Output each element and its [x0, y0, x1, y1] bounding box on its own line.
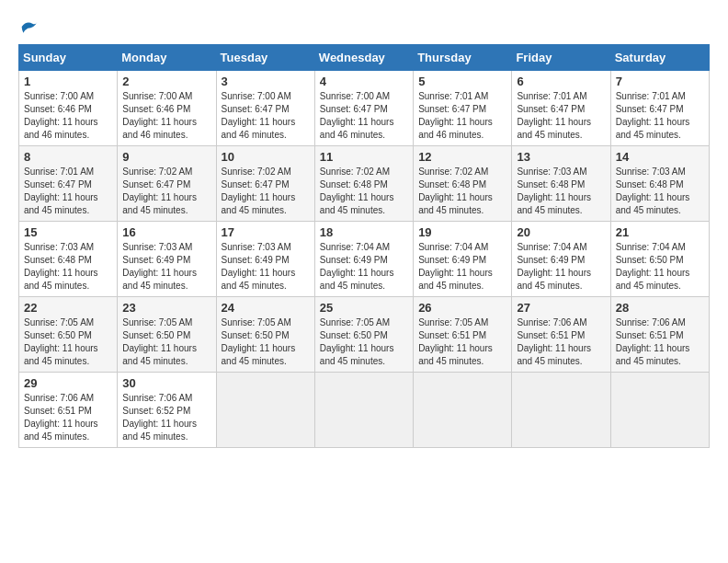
table-row: 22Sunrise: 7:05 AM Sunset: 6:50 PM Dayli…: [19, 297, 118, 373]
day-number: 23: [122, 301, 210, 315]
table-row: 12Sunrise: 7:02 AM Sunset: 6:48 PM Dayli…: [414, 146, 512, 222]
day-info: Sunrise: 7:01 AM Sunset: 6:47 PM Dayligh…: [517, 90, 605, 142]
day-number: 18: [320, 225, 408, 239]
table-row: 2Sunrise: 7:00 AM Sunset: 6:46 PM Daylig…: [118, 71, 216, 146]
table-row: 9Sunrise: 7:02 AM Sunset: 6:47 PM Daylig…: [118, 146, 216, 222]
day-info: Sunrise: 7:00 AM Sunset: 6:47 PM Dayligh…: [320, 90, 408, 142]
day-info: Sunrise: 7:02 AM Sunset: 6:48 PM Dayligh…: [320, 166, 408, 217]
day-number: 26: [418, 301, 506, 315]
table-row: 8Sunrise: 7:01 AM Sunset: 6:47 PM Daylig…: [19, 146, 118, 222]
day-info: Sunrise: 7:04 AM Sunset: 6:50 PM Dayligh…: [616, 241, 704, 293]
day-number: 28: [616, 301, 704, 315]
day-number: 15: [24, 225, 112, 239]
calendar-week-row: 22Sunrise: 7:05 AM Sunset: 6:50 PM Dayli…: [19, 297, 710, 373]
day-info: Sunrise: 7:06 AM Sunset: 6:51 PM Dayligh…: [517, 316, 605, 368]
day-number: 6: [517, 75, 605, 88]
table-row: 13Sunrise: 7:03 AM Sunset: 6:48 PM Dayli…: [512, 146, 610, 222]
day-number: 3: [222, 75, 310, 88]
table-row: 23Sunrise: 7:05 AM Sunset: 6:50 PM Dayli…: [118, 297, 216, 373]
table-row: 24Sunrise: 7:05 AM Sunset: 6:50 PM Dayli…: [216, 297, 314, 373]
day-info: Sunrise: 7:02 AM Sunset: 6:48 PM Dayligh…: [418, 166, 506, 217]
day-number: 16: [122, 225, 210, 239]
calendar-week-row: 29Sunrise: 7:06 AM Sunset: 6:51 PM Dayli…: [19, 373, 710, 448]
day-number: 5: [418, 75, 506, 88]
day-number: 7: [616, 75, 704, 88]
day-info: Sunrise: 7:04 AM Sunset: 6:49 PM Dayligh…: [320, 241, 408, 293]
day-number: 10: [222, 150, 310, 164]
day-number: 12: [418, 150, 506, 164]
table-row: 3Sunrise: 7:00 AM Sunset: 6:47 PM Daylig…: [216, 71, 314, 146]
day-info: Sunrise: 7:05 AM Sunset: 6:50 PM Dayligh…: [122, 316, 210, 368]
table-row: [610, 373, 709, 448]
table-row: 19Sunrise: 7:04 AM Sunset: 6:49 PM Dayli…: [414, 222, 512, 297]
day-info: Sunrise: 7:05 AM Sunset: 6:50 PM Dayligh…: [24, 316, 112, 368]
day-number: 24: [222, 301, 310, 315]
table-row: 16Sunrise: 7:03 AM Sunset: 6:49 PM Dayli…: [118, 222, 216, 297]
day-info: Sunrise: 7:06 AM Sunset: 6:51 PM Dayligh…: [24, 392, 112, 443]
day-number: 14: [616, 150, 704, 164]
day-info: Sunrise: 7:04 AM Sunset: 6:49 PM Dayligh…: [418, 241, 506, 293]
day-info: Sunrise: 7:03 AM Sunset: 6:48 PM Dayligh…: [616, 166, 704, 217]
table-row: 15Sunrise: 7:03 AM Sunset: 6:48 PM Dayli…: [19, 222, 118, 297]
table-row: [314, 373, 413, 448]
day-info: Sunrise: 7:01 AM Sunset: 6:47 PM Dayligh…: [24, 166, 112, 217]
day-info: Sunrise: 7:05 AM Sunset: 6:50 PM Dayligh…: [222, 316, 310, 368]
day-number: 30: [122, 376, 210, 390]
table-row: 5Sunrise: 7:01 AM Sunset: 6:47 PM Daylig…: [414, 71, 512, 146]
table-row: 6Sunrise: 7:01 AM Sunset: 6:47 PM Daylig…: [512, 71, 610, 146]
day-number: 17: [222, 225, 310, 239]
day-info: Sunrise: 7:03 AM Sunset: 6:48 PM Dayligh…: [517, 166, 605, 217]
calendar-week-row: 8Sunrise: 7:01 AM Sunset: 6:47 PM Daylig…: [19, 146, 710, 222]
table-row: 1Sunrise: 7:00 AM Sunset: 6:46 PM Daylig…: [19, 71, 118, 146]
day-number: 13: [517, 150, 605, 164]
col-wednesday: Wednesday: [314, 45, 413, 71]
day-number: 19: [418, 225, 506, 239]
day-number: 25: [320, 301, 408, 315]
table-row: 14Sunrise: 7:03 AM Sunset: 6:48 PM Dayli…: [610, 146, 709, 222]
day-info: Sunrise: 7:05 AM Sunset: 6:50 PM Dayligh…: [320, 316, 408, 368]
day-info: Sunrise: 7:06 AM Sunset: 6:52 PM Dayligh…: [122, 392, 210, 443]
day-number: 21: [616, 225, 704, 239]
day-number: 4: [320, 75, 408, 88]
day-number: 27: [517, 301, 605, 315]
table-row: 4Sunrise: 7:00 AM Sunset: 6:47 PM Daylig…: [314, 71, 413, 146]
col-saturday: Saturday: [610, 45, 709, 71]
day-info: Sunrise: 7:01 AM Sunset: 6:47 PM Dayligh…: [418, 90, 506, 142]
day-info: Sunrise: 7:00 AM Sunset: 6:46 PM Dayligh…: [24, 90, 112, 142]
calendar-table: Sunday Monday Tuesday Wednesday Thursday…: [18, 44, 710, 448]
calendar-week-row: 1Sunrise: 7:00 AM Sunset: 6:46 PM Daylig…: [19, 71, 710, 146]
table-row: 20Sunrise: 7:04 AM Sunset: 6:49 PM Dayli…: [512, 222, 610, 297]
day-number: 11: [320, 150, 408, 164]
table-row: [414, 373, 512, 448]
table-row: [512, 373, 610, 448]
page-header: [18, 18, 710, 35]
day-info: Sunrise: 7:00 AM Sunset: 6:46 PM Dayligh…: [122, 90, 210, 142]
day-info: Sunrise: 7:04 AM Sunset: 6:49 PM Dayligh…: [517, 241, 605, 293]
table-row: 17Sunrise: 7:03 AM Sunset: 6:49 PM Dayli…: [216, 222, 314, 297]
day-info: Sunrise: 7:06 AM Sunset: 6:51 PM Dayligh…: [616, 316, 704, 368]
table-row: 27Sunrise: 7:06 AM Sunset: 6:51 PM Dayli…: [512, 297, 610, 373]
day-number: 22: [24, 301, 112, 315]
table-row: 11Sunrise: 7:02 AM Sunset: 6:48 PM Dayli…: [314, 146, 413, 222]
table-row: 21Sunrise: 7:04 AM Sunset: 6:50 PM Dayli…: [610, 222, 709, 297]
day-number: 9: [122, 150, 210, 164]
col-sunday: Sunday: [19, 45, 118, 71]
logo-bird-icon: [20, 18, 39, 35]
table-row: 30Sunrise: 7:06 AM Sunset: 6:52 PM Dayli…: [118, 373, 216, 448]
day-number: 1: [24, 75, 112, 88]
day-number: 20: [517, 225, 605, 239]
calendar-week-row: 15Sunrise: 7:03 AM Sunset: 6:48 PM Dayli…: [19, 222, 710, 297]
day-number: 8: [24, 150, 112, 164]
table-row: 18Sunrise: 7:04 AM Sunset: 6:49 PM Dayli…: [314, 222, 413, 297]
day-number: 29: [24, 376, 112, 390]
col-friday: Friday: [512, 45, 610, 71]
day-info: Sunrise: 7:05 AM Sunset: 6:51 PM Dayligh…: [418, 316, 506, 368]
table-row: 25Sunrise: 7:05 AM Sunset: 6:50 PM Dayli…: [314, 297, 413, 373]
day-info: Sunrise: 7:03 AM Sunset: 6:49 PM Dayligh…: [122, 241, 210, 293]
day-info: Sunrise: 7:02 AM Sunset: 6:47 PM Dayligh…: [122, 166, 210, 217]
table-row: 28Sunrise: 7:06 AM Sunset: 6:51 PM Dayli…: [610, 297, 709, 373]
day-info: Sunrise: 7:00 AM Sunset: 6:47 PM Dayligh…: [222, 90, 310, 142]
day-info: Sunrise: 7:01 AM Sunset: 6:47 PM Dayligh…: [616, 90, 704, 142]
table-row: [216, 373, 314, 448]
day-info: Sunrise: 7:03 AM Sunset: 6:49 PM Dayligh…: [222, 241, 310, 293]
